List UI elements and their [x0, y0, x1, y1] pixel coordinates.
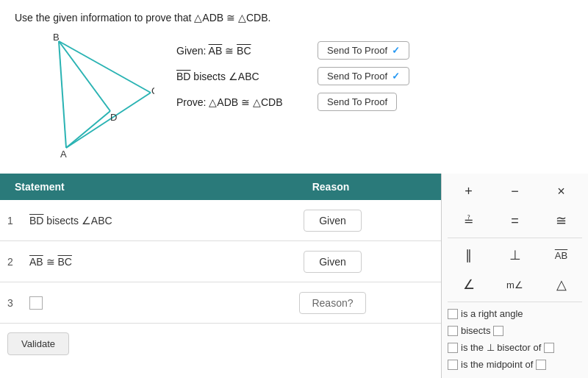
row-2-reason: Given	[224, 243, 441, 280]
row-2-num: 2	[0, 256, 22, 268]
ratio-symbol[interactable]: ≟	[448, 210, 490, 232]
minus-symbol[interactable]: −	[494, 181, 536, 202]
svg-line-3	[59, 41, 110, 111]
template-bisects: bisects	[448, 325, 582, 336]
table-section: Statement Reason 1 BD bisects ∠ABC Given…	[0, 174, 441, 378]
row-1-reason: Given	[224, 202, 441, 239]
given-row-1: Given: AB ≅ BC Send To Proof ✓	[176, 41, 573, 60]
send-proof-label-2: Send To Proof	[327, 71, 387, 82]
svg-line-1	[59, 41, 66, 148]
template-box-5	[544, 343, 554, 353]
given-2-text: BD bisects ∠ABC	[176, 71, 309, 82]
congruent-symbol[interactable]: ≅	[540, 210, 582, 232]
template-perp-bisector: is the ⊥ bisector of	[448, 342, 582, 353]
symbol-grid-row2: ≟ = ≅	[448, 210, 582, 232]
times-symbol[interactable]: ×	[540, 181, 582, 202]
table-row: 1 BD bisects ∠ABC Given	[0, 200, 441, 241]
main-content: Statement Reason 1 BD bisects ∠ABC Given…	[0, 174, 588, 378]
svg-text:C: C	[151, 85, 154, 96]
symbol-grid-row3: ∥ ⊥ AB	[448, 244, 582, 266]
svg-text:A: A	[60, 149, 67, 159]
symbol-grid-row1: + − ×	[448, 181, 582, 202]
svg-line-0	[59, 41, 151, 93]
row-1-statement: BD bisects ∠ABC	[22, 207, 224, 234]
table-row: 3 Reason?	[0, 282, 441, 324]
statement-checkbox[interactable]	[29, 296, 43, 310]
table-header: Statement Reason	[0, 174, 441, 200]
symbol-grid-row4: ∠ m∠ △	[448, 274, 582, 296]
prove-text: Prove: △ADB ≅ △CDB	[176, 96, 309, 108]
table-row: 2 AB ≅ BC Given	[0, 241, 441, 282]
row-1-num: 1	[0, 215, 22, 227]
template-right-angle-text: is a right angle	[461, 308, 523, 319]
validate-button[interactable]: Validate	[7, 332, 69, 355]
svg-line-2	[66, 93, 151, 148]
header-statement: Statement	[0, 174, 220, 200]
perpendicular-symbol[interactable]: ⊥	[494, 244, 536, 266]
row-3-statement	[22, 289, 224, 317]
send-proof-label-3: Send To Proof	[327, 96, 387, 107]
template-box-7	[536, 360, 546, 370]
svg-text:D: D	[110, 112, 117, 123]
diagram-area: .tri-line { stroke: #2ab3b3; stroke-widt…	[15, 34, 573, 159]
header-reason: Reason	[220, 174, 441, 200]
send-proof-label-1: Send To Proof	[327, 45, 387, 56]
given-label-1: Given:	[176, 45, 209, 57]
template-right-angle: is a right angle	[448, 308, 582, 319]
triangle-diagram: .tri-line { stroke: #2ab3b3; stroke-widt…	[15, 34, 154, 159]
givens-area: Given: AB ≅ BC Send To Proof ✓ BD bisect…	[176, 34, 573, 111]
template-midpoint-text: is the midpoint of	[461, 359, 533, 370]
prove-row: Prove: △ADB ≅ △CDB Send To Proof	[176, 93, 573, 111]
template-box-4	[448, 343, 458, 353]
template-box-2	[448, 326, 458, 336]
given-1-text: Given: AB ≅ BC	[176, 45, 309, 57]
send-to-proof-btn-2[interactable]: Send To Proof ✓	[318, 67, 409, 85]
row-2-statement: AB ≅ BC	[22, 249, 224, 275]
svg-line-4	[66, 111, 110, 148]
parallel-symbol[interactable]: ∥	[448, 244, 490, 266]
plus-symbol[interactable]: +	[448, 181, 490, 202]
symbol-divider-1	[448, 238, 582, 238]
reason-question-btn[interactable]: Reason?	[299, 292, 365, 314]
svg-text:B: B	[53, 34, 60, 43]
problem-statement: Use the given information to prove that …	[15, 12, 573, 24]
row-3-num: 3	[0, 297, 22, 309]
given-row-2: BD bisects ∠ABC Send To Proof ✓	[176, 67, 573, 85]
checkmark-icon-1: ✓	[392, 45, 400, 56]
segment-ab-symbol[interactable]: AB	[540, 244, 582, 266]
template-midpoint: is the midpoint of	[448, 359, 582, 370]
measure-angle-symbol[interactable]: m∠	[494, 274, 536, 296]
send-to-proof-btn-1[interactable]: Send To Proof ✓	[318, 41, 409, 60]
row-3-reason: Reason?	[224, 285, 441, 321]
given-btn-1[interactable]: Given	[304, 210, 362, 232]
triangle-symbol[interactable]: △	[540, 274, 582, 296]
template-box-1	[448, 309, 458, 319]
checkmark-icon-2: ✓	[392, 71, 400, 82]
instruction-text: Use the given information to prove that …	[15, 12, 270, 24]
symbol-divider-2	[448, 302, 582, 302]
top-section: Use the given information to prove that …	[0, 0, 588, 166]
given-btn-2[interactable]: Given	[304, 251, 362, 273]
template-box-3	[493, 326, 503, 336]
equals-symbol[interactable]: =	[494, 210, 536, 232]
symbol-panel: + − × ≟ = ≅ ∥ ⊥ AB ∠ m∠ △ is a right ang…	[441, 174, 588, 378]
send-to-proof-btn-3[interactable]: Send To Proof	[318, 93, 397, 111]
template-box-6	[448, 360, 458, 370]
angle-symbol[interactable]: ∠	[448, 274, 490, 296]
template-bisects-text: bisects	[461, 325, 490, 336]
template-perp-bisector-text: is the ⊥ bisector of	[461, 342, 541, 353]
